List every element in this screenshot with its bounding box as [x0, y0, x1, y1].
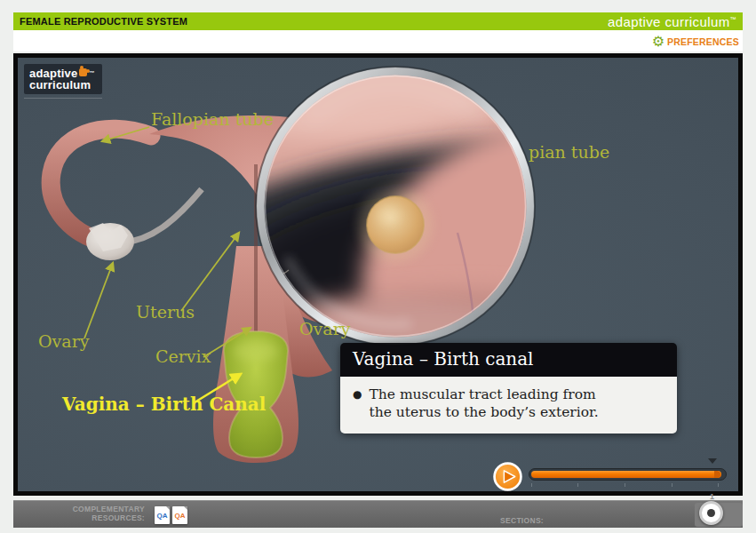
- infobox-title: Vagina – Birth canal: [340, 343, 677, 377]
- seek-marker-icon[interactable]: [708, 458, 717, 464]
- label-ovary-right: Ovary: [299, 319, 351, 338]
- infobox-bullet-text: The muscular tract leading from the uter…: [369, 386, 610, 422]
- complementary-resources-label: COMPLEMENTARY RESOURCES:: [40, 505, 145, 522]
- preferences-button[interactable]: ⚙ PREFERENCES: [650, 34, 741, 50]
- logo-underline: [24, 98, 102, 99]
- page-title: FEMALE REPRODUCTIVE SYSTEM: [20, 16, 187, 27]
- adaptive-curriculum-logo: adaptive ™ curriculum: [24, 64, 102, 94]
- app-window: FEMALE REPRODUCTIVE SYSTEM adaptive curr…: [0, 0, 756, 533]
- infobox-body: ● The muscular tract leading from the ut…: [340, 377, 677, 434]
- progress-tick: [531, 483, 532, 487]
- progress-tick: [625, 483, 625, 487]
- puzzle-icon: [79, 68, 87, 76]
- label-fallopian-tube: Fallopian tube: [151, 109, 274, 129]
- gear-icon: ⚙: [652, 35, 664, 49]
- label-uterus: Uterus: [136, 302, 195, 322]
- brand-logo-text: adaptive curriculum™: [608, 14, 736, 29]
- progress-bar[interactable]: [529, 468, 727, 481]
- progress-tick: [577, 483, 578, 487]
- qa-document-icon-blue[interactable]: QA: [155, 506, 170, 524]
- label-ovary-left: Ovary: [38, 331, 90, 351]
- preferences-label: PREFERENCES: [667, 36, 739, 47]
- section-number: 1: [710, 492, 714, 501]
- definition-infobox: Vagina – Birth canal ● The muscular trac…: [340, 343, 677, 434]
- vagina-highlight-sheen: [233, 340, 279, 362]
- label-cervix: Cervix: [155, 346, 211, 366]
- logo-word-2: curriculum: [29, 79, 102, 91]
- progress-fill: [531, 471, 721, 478]
- title-bar: FEMALE REPRODUCTIVE SYSTEM adaptive curr…: [13, 12, 743, 30]
- progress-tick: [718, 483, 719, 487]
- bullet-icon: ●: [353, 388, 362, 422]
- qa-resources: QA QA: [155, 506, 187, 524]
- section-1-button[interactable]: [699, 501, 723, 525]
- play-button[interactable]: [492, 461, 523, 492]
- section-dot-icon: [707, 509, 715, 517]
- footer-bar: COMPLEMENTARY RESOURCES: QA QA SECTIONS:…: [13, 500, 743, 528]
- label-fallopian-tube-right: pian tube: [529, 142, 609, 162]
- toolbar-strip: ⚙ PREFERENCES: [13, 30, 743, 52]
- progress-tick: [672, 483, 672, 487]
- ovarian-ligament: [123, 189, 202, 243]
- sections-label: SECTIONS:: [500, 516, 544, 525]
- activity-stage: Fallopian tube Ovary Uterus Cervix Vagin…: [13, 53, 743, 496]
- qa-document-icon-orange[interactable]: QA: [172, 506, 187, 524]
- ovary-left-arrow: [84, 263, 113, 338]
- label-vagina-birth-canal: Vagina – Birth Canal: [61, 394, 267, 415]
